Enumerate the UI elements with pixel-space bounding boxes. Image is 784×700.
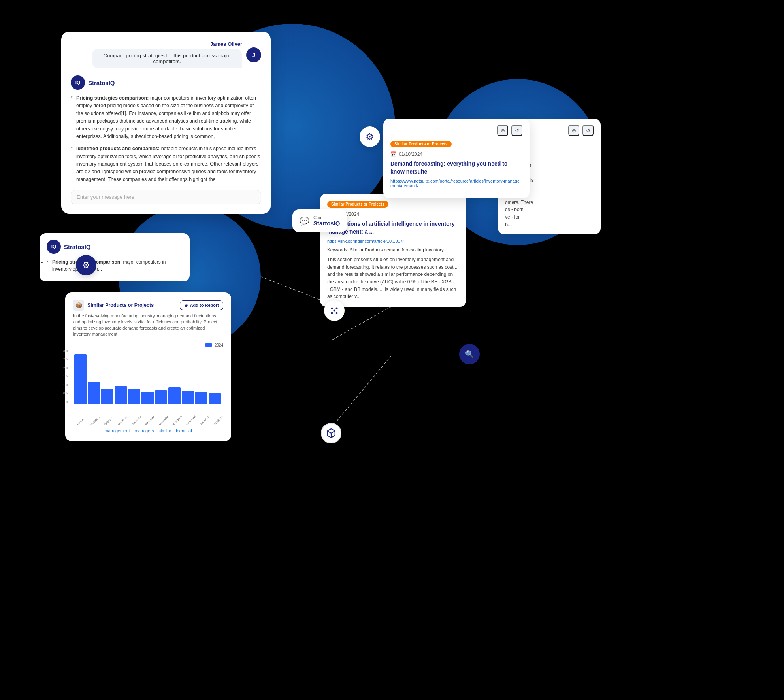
keyword-1: management (104, 428, 130, 433)
svg-point-8 (331, 312, 333, 314)
chart-title-row: 📦 Similar Products or Projects (73, 300, 154, 311)
bar-3 (101, 389, 113, 404)
chat-stratos-bubble[interactable]: 💬 Chat StartosIQ (292, 209, 347, 232)
y-label-1: 0.5 (63, 391, 68, 395)
chart-icon: 📦 (73, 300, 84, 311)
x-label-11: github.com (213, 415, 223, 425)
small-response-list: Pricing strategies comparison: major com… (47, 258, 183, 273)
bar-7 (155, 390, 167, 404)
x-label-7: rapidonline (158, 415, 169, 425)
x-label-8: springer.com (172, 415, 183, 425)
main-chat-card: James Oliver Compare pricing strategies … (61, 32, 271, 214)
x-label-2: inventory-planner (90, 415, 101, 425)
search-adv-icon: 🔍 (465, 350, 474, 358)
chart-legend: 2024 (73, 343, 223, 347)
y-label-3: 1.5 (63, 374, 68, 378)
user-name: James Oliver (210, 41, 242, 47)
keyword-4: identical (176, 428, 192, 433)
article-1-badge: Similar Products or Projects (390, 141, 452, 147)
stratos-brand-name: StratosIQ (88, 79, 115, 86)
y-label-0: 0 (66, 400, 68, 404)
card-1-copy-btn[interactable]: ⊕ (497, 125, 508, 136)
bar-10 (195, 392, 207, 404)
x-label-9: namicloud (185, 415, 196, 425)
article-1-title: Demand forecasting: everything you need … (390, 160, 522, 175)
cube-floating-btn[interactable] (321, 423, 341, 443)
bar-chart: 3.0 2.5 2.0 1.5 1.0 0.5 0 (73, 349, 223, 404)
small-stratos-brand: StratosIQ (64, 243, 91, 250)
response-list: Pricing strategies comparison: major com… (71, 94, 261, 183)
article-2-url[interactable]: https://link.springer.com/article/10.100… (327, 239, 459, 243)
y-label-5: 2.5 (63, 357, 68, 361)
user-message-wrapper: James Oliver Compare pricing strategies … (92, 41, 242, 68)
y-label-6: 3.0 (63, 349, 68, 353)
chat-input-field[interactable]: Enter your message here (71, 190, 261, 204)
response-item-1: Pricing strategies comparison: major com… (71, 94, 261, 140)
card-1-actions: ⊕ ↺ (390, 125, 522, 136)
svg-point-6 (336, 308, 338, 309)
stratos-header: IQ StratosIQ (71, 75, 261, 90)
small-chat-card: IQ StratosIQ Pricing strategies comparis… (40, 233, 190, 281)
bar-4 (115, 386, 127, 404)
small-stratos-header: IQ StratosIQ (47, 240, 183, 254)
x-label-1: netsuite.com (77, 415, 87, 425)
small-stratos-logo: IQ (47, 240, 61, 254)
article-card-1: ⊕ ↺ Similar Products or Projects 📅 01/10… (383, 119, 530, 198)
chart-description: In the fast-evolving manufacturing indus… (73, 313, 223, 338)
partial-refresh-btn[interactable]: ↺ (582, 125, 594, 136)
response-label-1: Pricing strategies comparison: (76, 95, 149, 101)
chat-bubble-name: StartosIQ (313, 220, 340, 226)
svg-line-3 (332, 356, 391, 427)
date-text: 01/10/2024 (399, 151, 422, 157)
bar-1 (74, 354, 87, 404)
chart-keywords: management managers similar identical (73, 428, 223, 433)
y-label-4: 2.0 (63, 366, 68, 370)
add-report-icon: ⊕ (184, 303, 188, 308)
response-text-1: major competitors in inventory optimizat… (76, 95, 256, 139)
card-1-refresh-btn[interactable]: ↺ (511, 125, 522, 136)
bar-chart-container: 2024 3.0 2.5 2.0 1.5 1.0 0.5 0 (73, 343, 223, 422)
chart-card: 📦 Similar Products or Projects ⊕ Add to … (65, 292, 231, 441)
response-content: Pricing strategies comparison: major com… (71, 94, 261, 183)
scatter-floating-btn[interactable] (324, 300, 345, 321)
user-message: James Oliver Compare pricing strategies … (71, 41, 261, 68)
x-axis-labels: netsuite.com inventory-planner forbes.co… (73, 419, 223, 422)
search-adv-floating-btn[interactable]: 🔍 (459, 344, 480, 364)
svg-point-7 (334, 310, 335, 312)
article-1-date: 📅 01/10/2024 (390, 151, 522, 157)
article-2-keywords: Keywords: Similar Products demand foreca… (327, 247, 459, 252)
svg-point-9 (336, 312, 338, 314)
user-message-text: Compare pricing strategies for this prod… (92, 49, 242, 68)
legend-label: 2024 (215, 343, 223, 347)
x-label-3: forbes.com (104, 415, 115, 425)
x-label-4: oracle.com (117, 415, 128, 425)
legend-color (205, 343, 212, 347)
small-response-item: Pricing strategies comparison: major com… (47, 258, 183, 273)
response-item-2: Identified products and companies: notab… (71, 145, 261, 183)
cube-icon (326, 428, 336, 438)
y-label-2: 1.0 (63, 383, 68, 387)
bar-11 (209, 393, 221, 404)
article-2-badge: Similar Products or Projects (327, 201, 388, 208)
tools-floating-btn[interactable]: ⚙ (76, 255, 96, 275)
calendar-icon: 📅 (390, 151, 396, 157)
x-label-5: thecomments (131, 415, 141, 425)
add-to-report-button[interactable]: ⊕ Add to Report (180, 300, 223, 310)
tools-icon: ⚙ (82, 260, 90, 270)
bar-6 (141, 392, 154, 404)
bar-8 (168, 387, 181, 404)
scatter-icon (330, 306, 339, 315)
keyword-3: similar (159, 428, 172, 433)
bar-2 (88, 382, 100, 404)
chat-bubble-content: Chat StartosIQ (313, 215, 340, 226)
svg-point-5 (331, 308, 333, 309)
article-2-body: This section presents studies on invento… (327, 256, 459, 300)
add-report-label: Add to Report (190, 303, 219, 308)
partial-copy-btn[interactable]: ⊕ (568, 125, 579, 136)
x-label-6: tidbit.com (145, 415, 155, 425)
gear-floating-btn[interactable]: ⚙ (360, 126, 380, 147)
chat-bubble-label: Chat (313, 215, 340, 220)
response-label-2: Identified products and companies: (76, 146, 160, 151)
stratos-logo: IQ (71, 75, 85, 90)
article-1-url[interactable]: https://www.netsuite.com/portal/resource… (390, 179, 522, 188)
